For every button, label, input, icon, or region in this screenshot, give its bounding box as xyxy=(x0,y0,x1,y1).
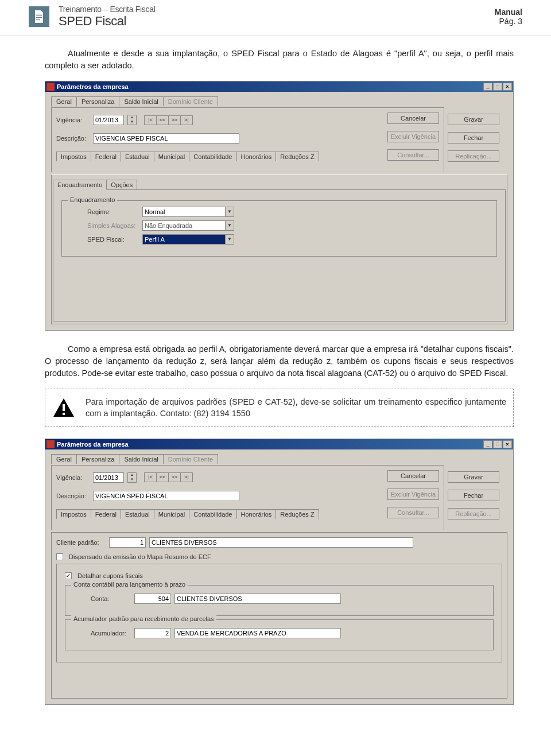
nav-prev-button[interactable]: << xyxy=(156,472,169,482)
spinner-up-icon[interactable]: ▲ xyxy=(128,473,136,478)
tab-estadual[interactable]: Estadual xyxy=(121,509,154,519)
gravar-button[interactable]: Gravar xyxy=(448,471,499,483)
consultar-button: Consultar... xyxy=(387,149,439,161)
excluir-vigencia-button: Excluir Vigência xyxy=(387,489,439,500)
excluir-vigencia-button: Excluir Vigência xyxy=(387,131,439,142)
vigencia-input[interactable] xyxy=(93,115,124,125)
nav-first-button[interactable]: |< xyxy=(144,115,157,125)
alert-text: Para importação de arquivos padrões (SPE… xyxy=(86,396,506,420)
nav-last-button[interactable]: >| xyxy=(180,472,193,482)
tab-geral[interactable]: Geral xyxy=(51,454,77,464)
header-subtitle: Treinamento – Escrita Fiscal xyxy=(59,5,495,14)
tab-contabilidade[interactable]: Contabilidade xyxy=(189,509,236,519)
chk-dispensado[interactable] xyxy=(56,553,63,560)
tab-federal[interactable]: Federal xyxy=(91,509,121,519)
doc-icon xyxy=(29,6,49,27)
cancelar-button[interactable]: Cancelar xyxy=(387,113,439,124)
tab-saldo-inicial[interactable]: Saldo Inicial xyxy=(119,454,163,464)
chk-detalhar-cupons[interactable]: ✔ xyxy=(65,572,72,579)
tab-municipal[interactable]: Municipal xyxy=(154,152,189,161)
window-parametros-2: Parâmetros da empresa _ □ × Geral Person… xyxy=(45,439,514,705)
fechar-button[interactable]: Fechar xyxy=(448,490,499,501)
dropdown-arrow-icon[interactable]: ▼ xyxy=(225,234,234,245)
vigencia-spinner[interactable]: ▲ ▼ xyxy=(127,472,137,483)
window-title: Parâmetros da empresa xyxy=(57,83,483,90)
sped-fiscal-select[interactable] xyxy=(142,234,226,245)
window-title: Parâmetros da empresa xyxy=(57,441,483,448)
nav-first-button[interactable]: |< xyxy=(144,472,157,482)
page-header: Treinamento – Escrita Fiscal SPED Fiscal… xyxy=(0,0,551,36)
tab-federal[interactable]: Federal xyxy=(91,152,121,161)
warning-icon xyxy=(52,396,75,419)
simples-label: Simples Alagoas: xyxy=(87,222,139,229)
tab-impostos[interactable]: Impostos xyxy=(56,152,91,161)
alert-box: Para importação de arquivos padrões (SPE… xyxy=(45,389,514,427)
tab-dominio-cliente: Domínio Cliente xyxy=(163,454,218,464)
tab-estadual[interactable]: Estadual xyxy=(121,152,154,162)
conta-num-input[interactable] xyxy=(134,594,171,604)
spinner-up-icon[interactable]: ▲ xyxy=(128,115,136,120)
nav-next-button[interactable]: >> xyxy=(168,115,181,125)
tab-municipal[interactable]: Municipal xyxy=(154,509,189,519)
close-button[interactable]: × xyxy=(503,83,512,91)
cliente-padrao-name-input[interactable] xyxy=(149,537,413,548)
titlebar: Parâmetros da empresa _ □ × xyxy=(45,82,513,92)
paragraph-2: Como a empresa está obrigada ao perfil A… xyxy=(45,343,514,379)
tab-geral[interactable]: Geral xyxy=(51,96,77,107)
chk-detalhar-cupons-label: Detalhar cupons fiscais xyxy=(77,572,143,579)
minimize-button[interactable]: _ xyxy=(483,83,492,91)
tab-reducoes-z[interactable]: Reduções Z xyxy=(276,152,319,161)
app-icon xyxy=(46,440,55,448)
acumulador-name-input[interactable] xyxy=(174,628,341,638)
tab-personaliza[interactable]: Personaliza xyxy=(76,454,119,464)
tab-honorarios[interactable]: Honorários xyxy=(236,509,277,519)
tab-reducoes-z[interactable]: Reduções Z xyxy=(276,509,319,519)
dropdown-arrow-icon[interactable]: ▼ xyxy=(225,207,234,217)
tab-honorarios[interactable]: Honorários xyxy=(236,152,277,161)
vigencia-label: Vigência: xyxy=(56,117,90,123)
vigencia-spinner[interactable]: ▲ ▼ xyxy=(127,115,137,125)
spinner-down-icon[interactable]: ▼ xyxy=(128,120,136,125)
regime-select[interactable] xyxy=(142,207,226,217)
svg-rect-1 xyxy=(63,413,65,415)
descricao-input[interactable] xyxy=(93,133,239,144)
tabs-top: Geral Personaliza Saldo Inicial Domínio … xyxy=(51,96,444,106)
spinner-down-icon[interactable]: ▼ xyxy=(128,478,136,482)
titlebar: Parâmetros da empresa _ □ × xyxy=(45,439,513,449)
chk-dispensado-label: Dispensado da emissão do Mapa Resumo de … xyxy=(69,553,211,560)
simples-select xyxy=(142,220,226,231)
tab-personaliza[interactable]: Personaliza xyxy=(76,96,119,106)
nav-last-button[interactable]: >| xyxy=(180,115,193,125)
dropdown-arrow-icon: ▼ xyxy=(225,220,234,231)
group-conta-title: Conta contábil para lançamento à prazo xyxy=(71,581,188,588)
header-titles: Treinamento – Escrita Fiscal SPED Fiscal xyxy=(59,5,495,29)
conta-name-input[interactable] xyxy=(174,594,341,604)
nav-prev-button[interactable]: << xyxy=(156,115,169,125)
minimize-button[interactable]: _ xyxy=(483,440,492,448)
vigencia-input[interactable] xyxy=(93,472,124,483)
tab-saldo-inicial[interactable]: Saldo Inicial xyxy=(119,96,163,106)
app-icon xyxy=(46,83,55,91)
nav-next-button[interactable]: >> xyxy=(168,472,181,482)
close-button[interactable]: × xyxy=(503,440,512,448)
acumulador-num-input[interactable] xyxy=(134,628,171,638)
subtab-enquadramento[interactable]: Enquadramento xyxy=(53,180,107,190)
consultar-button: Consultar... xyxy=(387,507,439,518)
svg-rect-0 xyxy=(63,404,65,411)
sped-fiscal-label: SPED Fiscal: xyxy=(87,236,139,243)
cliente-padrao-num-input[interactable] xyxy=(109,537,146,548)
cancelar-button[interactable]: Cancelar xyxy=(387,470,439,482)
tabs-top: Geral Personaliza Saldo Inicial Domínio … xyxy=(51,454,444,464)
maximize-button: □ xyxy=(493,440,502,448)
tab-impostos[interactable]: Impostos xyxy=(56,509,91,519)
tab-contabilidade[interactable]: Contabilidade xyxy=(189,152,236,161)
descricao-input[interactable] xyxy=(93,491,239,501)
header-title: SPED Fiscal xyxy=(59,14,495,29)
gravar-button[interactable]: Gravar xyxy=(448,114,499,125)
maximize-button: □ xyxy=(493,83,502,91)
subtab-opcoes[interactable]: Opções xyxy=(106,180,137,189)
vigencia-label: Vigência: xyxy=(56,474,90,481)
fechar-button[interactable]: Fechar xyxy=(448,132,499,144)
group-acumulador-title: Acumulador padrão para recebimento de pa… xyxy=(71,615,216,622)
regime-label: Regime: xyxy=(87,208,139,215)
